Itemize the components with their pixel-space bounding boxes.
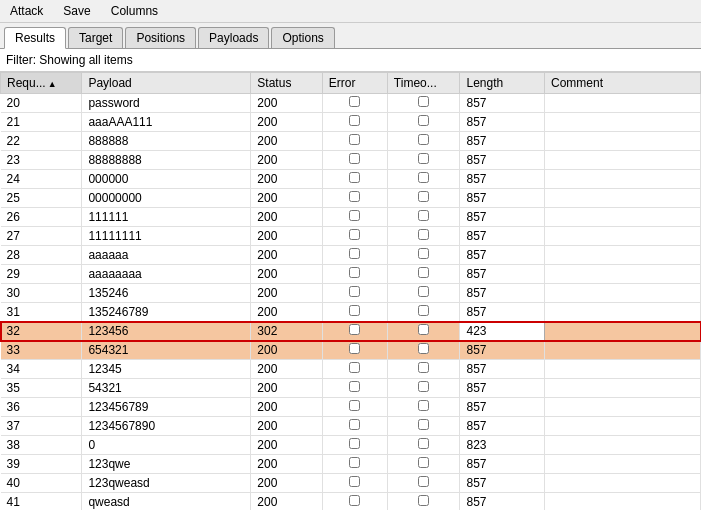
tab-positions[interactable]: Positions bbox=[125, 27, 196, 48]
timeout-checkbox[interactable] bbox=[418, 286, 429, 297]
table-row[interactable]: 3554321200857 bbox=[1, 379, 701, 398]
cell-error[interactable] bbox=[322, 208, 387, 227]
cell-error[interactable] bbox=[322, 151, 387, 170]
col-header-request[interactable]: Requ...▲ bbox=[1, 73, 82, 94]
cell-error[interactable] bbox=[322, 379, 387, 398]
table-row[interactable]: 31135246789200857 bbox=[1, 303, 701, 322]
error-checkbox[interactable] bbox=[349, 495, 360, 506]
tab-options[interactable]: Options bbox=[271, 27, 334, 48]
timeout-checkbox[interactable] bbox=[418, 305, 429, 316]
cell-timeout[interactable] bbox=[387, 265, 460, 284]
cell-timeout[interactable] bbox=[387, 151, 460, 170]
cell-error[interactable] bbox=[322, 417, 387, 436]
table-row[interactable]: 21aaaAAA111200857 bbox=[1, 113, 701, 132]
cell-error[interactable] bbox=[322, 94, 387, 113]
error-checkbox[interactable] bbox=[349, 324, 360, 335]
cell-error[interactable] bbox=[322, 246, 387, 265]
error-checkbox[interactable] bbox=[349, 400, 360, 411]
error-checkbox[interactable] bbox=[349, 210, 360, 221]
cell-timeout[interactable] bbox=[387, 341, 460, 360]
timeout-checkbox[interactable] bbox=[418, 172, 429, 183]
cell-error[interactable] bbox=[322, 341, 387, 360]
table-row[interactable]: 26111111200857 bbox=[1, 208, 701, 227]
tab-target[interactable]: Target bbox=[68, 27, 123, 48]
cell-timeout[interactable] bbox=[387, 189, 460, 208]
error-checkbox[interactable] bbox=[349, 248, 360, 259]
table-row[interactable]: 41qweasd200857 bbox=[1, 493, 701, 511]
table-row[interactable]: 39123qwe200857 bbox=[1, 455, 701, 474]
table-row[interactable]: 32123456302423 bbox=[1, 322, 701, 341]
cell-error[interactable] bbox=[322, 360, 387, 379]
error-checkbox[interactable] bbox=[349, 134, 360, 145]
error-checkbox[interactable] bbox=[349, 267, 360, 278]
error-checkbox[interactable] bbox=[349, 362, 360, 373]
cell-error[interactable] bbox=[322, 474, 387, 493]
results-table-container[interactable]: Requ...▲ Payload Status Error Timeo... L… bbox=[0, 72, 701, 510]
table-row[interactable]: 2388888888200857 bbox=[1, 151, 701, 170]
col-header-status[interactable]: Status bbox=[251, 73, 322, 94]
error-checkbox[interactable] bbox=[349, 457, 360, 468]
error-checkbox[interactable] bbox=[349, 153, 360, 164]
timeout-checkbox[interactable] bbox=[418, 324, 429, 335]
menu-save[interactable]: Save bbox=[59, 2, 94, 20]
cell-error[interactable] bbox=[322, 322, 387, 341]
timeout-checkbox[interactable] bbox=[418, 476, 429, 487]
timeout-checkbox[interactable] bbox=[418, 438, 429, 449]
cell-timeout[interactable] bbox=[387, 474, 460, 493]
cell-timeout[interactable] bbox=[387, 417, 460, 436]
cell-timeout[interactable] bbox=[387, 284, 460, 303]
table-row[interactable]: 20password200857 bbox=[1, 94, 701, 113]
col-header-length[interactable]: Length bbox=[460, 73, 544, 94]
table-row[interactable]: 371234567890200857 bbox=[1, 417, 701, 436]
error-checkbox[interactable] bbox=[349, 96, 360, 107]
error-checkbox[interactable] bbox=[349, 419, 360, 430]
cell-timeout[interactable] bbox=[387, 303, 460, 322]
table-row[interactable]: 22888888200857 bbox=[1, 132, 701, 151]
error-checkbox[interactable] bbox=[349, 115, 360, 126]
cell-timeout[interactable] bbox=[387, 94, 460, 113]
timeout-checkbox[interactable] bbox=[418, 115, 429, 126]
tab-payloads[interactable]: Payloads bbox=[198, 27, 269, 48]
timeout-checkbox[interactable] bbox=[418, 248, 429, 259]
cell-timeout[interactable] bbox=[387, 379, 460, 398]
cell-error[interactable] bbox=[322, 113, 387, 132]
cell-error[interactable] bbox=[322, 284, 387, 303]
table-row[interactable]: 30135246200857 bbox=[1, 284, 701, 303]
timeout-checkbox[interactable] bbox=[418, 267, 429, 278]
menu-columns[interactable]: Columns bbox=[107, 2, 162, 20]
table-row[interactable]: 3412345200857 bbox=[1, 360, 701, 379]
timeout-checkbox[interactable] bbox=[418, 210, 429, 221]
cell-timeout[interactable] bbox=[387, 455, 460, 474]
timeout-checkbox[interactable] bbox=[418, 381, 429, 392]
col-header-error[interactable]: Error bbox=[322, 73, 387, 94]
cell-timeout[interactable] bbox=[387, 322, 460, 341]
cell-timeout[interactable] bbox=[387, 493, 460, 511]
cell-timeout[interactable] bbox=[387, 227, 460, 246]
table-row[interactable]: 33654321200857 bbox=[1, 341, 701, 360]
cell-timeout[interactable] bbox=[387, 398, 460, 417]
cell-timeout[interactable] bbox=[387, 246, 460, 265]
timeout-checkbox[interactable] bbox=[418, 153, 429, 164]
cell-error[interactable] bbox=[322, 455, 387, 474]
error-checkbox[interactable] bbox=[349, 305, 360, 316]
cell-timeout[interactable] bbox=[387, 208, 460, 227]
cell-timeout[interactable] bbox=[387, 436, 460, 455]
col-header-comment[interactable]: Comment bbox=[544, 73, 700, 94]
error-checkbox[interactable] bbox=[349, 476, 360, 487]
timeout-checkbox[interactable] bbox=[418, 343, 429, 354]
cell-timeout[interactable] bbox=[387, 360, 460, 379]
cell-error[interactable] bbox=[322, 227, 387, 246]
cell-timeout[interactable] bbox=[387, 132, 460, 151]
error-checkbox[interactable] bbox=[349, 172, 360, 183]
timeout-checkbox[interactable] bbox=[418, 96, 429, 107]
error-checkbox[interactable] bbox=[349, 381, 360, 392]
cell-timeout[interactable] bbox=[387, 113, 460, 132]
cell-error[interactable] bbox=[322, 398, 387, 417]
timeout-checkbox[interactable] bbox=[418, 191, 429, 202]
cell-error[interactable] bbox=[322, 132, 387, 151]
menu-attack[interactable]: Attack bbox=[6, 2, 47, 20]
table-row[interactable]: 2500000000200857 bbox=[1, 189, 701, 208]
cell-error[interactable] bbox=[322, 265, 387, 284]
col-header-payload[interactable]: Payload bbox=[82, 73, 251, 94]
error-checkbox[interactable] bbox=[349, 438, 360, 449]
